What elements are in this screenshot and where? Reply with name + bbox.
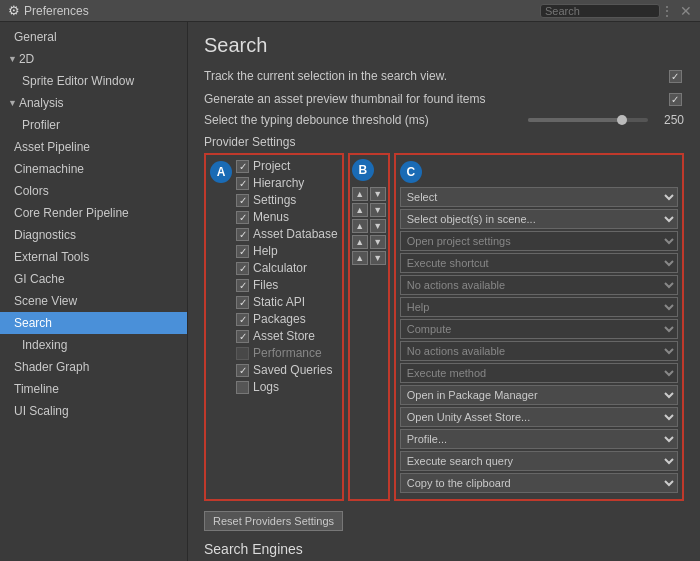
action-select-8[interactable]: No actions available (400, 341, 678, 361)
action-select-14[interactable]: Copy to the clipboard (400, 473, 678, 493)
sidebar-item-colors[interactable]: Colors (0, 180, 187, 202)
slider-track[interactable] (528, 118, 648, 122)
label-a: A (210, 161, 232, 183)
sidebar-item-ui-scaling[interactable]: UI Scaling (0, 400, 187, 422)
sidebar-item-indexing[interactable]: Indexing (0, 334, 187, 356)
arrow-up-5[interactable]: ▲ (352, 251, 368, 265)
sidebar-item-timeline[interactable]: Timeline (0, 378, 187, 400)
sidebar-item-core-render[interactable]: Core Render Pipeline (0, 202, 187, 224)
provider-name-logs: Logs (253, 380, 338, 394)
action-select-5[interactable]: No actions available (400, 275, 678, 295)
option-track-selection: Track the current selection in the searc… (204, 67, 684, 85)
action-select-2[interactable]: Select object(s) in scene... (400, 209, 678, 229)
top-search-input[interactable] (540, 4, 660, 18)
cb-settings[interactable]: ✓ (236, 194, 249, 207)
page-title: Search (204, 34, 684, 57)
cb-packages[interactable]: ✓ (236, 313, 249, 326)
main-content: Search Track the current selection in th… (188, 22, 700, 561)
action-select-1[interactable]: Select (400, 187, 678, 207)
provider-hierarchy: ✓ Hierarchy (236, 176, 338, 190)
arrow-up-4[interactable]: ▲ (352, 235, 368, 249)
provider-project: ✓ Project (236, 159, 338, 173)
sidebar-item-diagnostics[interactable]: Diagnostics (0, 224, 187, 246)
provider-settings-title: Provider Settings (204, 135, 684, 149)
arrow-up-2[interactable]: ▲ (352, 203, 368, 217)
sidebar: General ▼ 2D Sprite Editor Window ▼ Anal… (0, 22, 188, 561)
sidebar-item-label: Analysis (19, 94, 64, 112)
provider-name-hierarchy: Hierarchy (253, 176, 338, 190)
action-select-3[interactable]: Open project settings (400, 231, 678, 251)
provider-assetstore: ✓ Asset Store (236, 329, 338, 343)
action-select-13[interactable]: Execute search query (400, 451, 678, 471)
actions-header: C (400, 159, 678, 183)
action-select-12[interactable]: Profile... (400, 429, 678, 449)
cb-menus[interactable]: ✓ (236, 211, 249, 224)
triangle-icon: ▼ (8, 50, 17, 68)
content-area: General ▼ 2D Sprite Editor Window ▼ Anal… (0, 22, 700, 561)
arrow-down-1[interactable]: ▼ (370, 187, 386, 201)
provider-logs: Logs (236, 380, 338, 394)
reset-providers-button[interactable]: Reset Providers Settings (204, 511, 343, 531)
action-select-9[interactable]: Execute method (400, 363, 678, 383)
sidebar-item-cinemachine[interactable]: Cinemachine (0, 158, 187, 180)
titlebar-title: Preferences (24, 4, 540, 18)
cb-savedqueries[interactable]: ✓ (236, 364, 249, 377)
arrow-pair-1: ▲ ▼ (352, 187, 386, 201)
provider-calculator: ✓ Calculator (236, 261, 338, 275)
label-b: B (352, 159, 374, 181)
action-select-11[interactable]: Open Unity Asset Store... (400, 407, 678, 427)
arrow-up-1[interactable]: ▲ (352, 187, 368, 201)
arrow-down-2[interactable]: ▼ (370, 203, 386, 217)
action-select-4[interactable]: Execute shortcut (400, 253, 678, 273)
option-thumbnail-label: Generate an asset preview thumbnail for … (204, 92, 666, 106)
cb-logs[interactable] (236, 381, 249, 394)
cb-hierarchy[interactable]: ✓ (236, 177, 249, 190)
titlebar-controls: ⋮ ✕ (660, 3, 692, 19)
cb-staticapi[interactable]: ✓ (236, 296, 249, 309)
cb-files[interactable]: ✓ (236, 279, 249, 292)
slider-label: Select the typing debounce threshold (ms… (204, 113, 528, 127)
preferences-window: ⚙ Preferences ⋮ ✕ General ▼ 2D Sprite Ed… (0, 0, 700, 561)
sidebar-item-search[interactable]: Search (0, 312, 187, 334)
sidebar-item-general[interactable]: General (0, 26, 187, 48)
arrow-down-3[interactable]: ▼ (370, 219, 386, 233)
action-select-6[interactable]: Help (400, 297, 678, 317)
sidebar-section-analysis[interactable]: ▼ Analysis (0, 92, 187, 114)
provider-name-savedqueries: Saved Queries (253, 363, 338, 377)
cb-project[interactable]: ✓ (236, 160, 249, 173)
cb-assetstore[interactable]: ✓ (236, 330, 249, 343)
cb-calculator[interactable]: ✓ (236, 262, 249, 275)
sidebar-item-external-tools[interactable]: External Tools (0, 246, 187, 268)
more-icon[interactable]: ⋮ (660, 3, 674, 19)
sidebar-item-scene-view[interactable]: Scene View (0, 290, 187, 312)
sidebar-item-sprite-editor[interactable]: Sprite Editor Window (0, 70, 187, 92)
sidebar-section-2d[interactable]: ▼ 2D (0, 48, 187, 70)
actions-panel-c: C Select Select object(s) in scene... Op… (394, 153, 684, 501)
provider-performance: Performance (236, 346, 338, 360)
sidebar-item-gi-cache[interactable]: GI Cache (0, 268, 187, 290)
arrow-pair-3: ▲ ▼ (352, 219, 386, 233)
cb-performance[interactable] (236, 347, 249, 360)
sidebar-item-shader-graph[interactable]: Shader Graph (0, 356, 187, 378)
action-select-10[interactable]: Open in Package Manager (400, 385, 678, 405)
triangle-icon-analysis: ▼ (8, 94, 17, 112)
cb-assetdb[interactable]: ✓ (236, 228, 249, 241)
option-thumbnail-checkbox[interactable]: ✓ (666, 90, 684, 108)
option-track-checkbox[interactable]: ✓ (666, 67, 684, 85)
arrows-panel-b: B ▲ ▼ ▲ ▼ ▲ ▼ ▲ ▼ (348, 153, 390, 501)
arrow-down-4[interactable]: ▼ (370, 235, 386, 249)
provider-packages: ✓ Packages (236, 312, 338, 326)
arrow-pair-2: ▲ ▼ (352, 203, 386, 217)
sidebar-item-profiler[interactable]: Profiler (0, 114, 187, 136)
cb-help[interactable]: ✓ (236, 245, 249, 258)
slider-thumb (617, 115, 627, 125)
action-select-7[interactable]: Compute (400, 319, 678, 339)
sidebar-item-asset-pipeline[interactable]: Asset Pipeline (0, 136, 187, 158)
provider-files: ✓ Files (236, 278, 338, 292)
arrow-up-3[interactable]: ▲ (352, 219, 368, 233)
titlebar: ⚙ Preferences ⋮ ✕ (0, 0, 700, 22)
checkbox-checked2: ✓ (669, 93, 682, 106)
close-icon[interactable]: ✕ (680, 3, 692, 19)
provider-name-performance: Performance (253, 346, 338, 360)
arrow-down-5[interactable]: ▼ (370, 251, 386, 265)
